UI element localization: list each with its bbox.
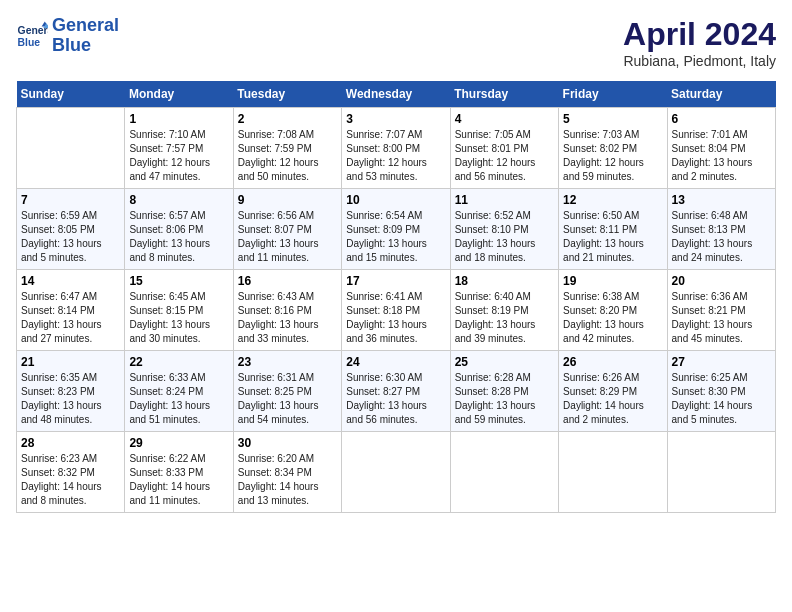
calendar-cell: 18Sunrise: 6:40 AM Sunset: 8:19 PM Dayli… bbox=[450, 270, 558, 351]
calendar-cell: 17Sunrise: 6:41 AM Sunset: 8:18 PM Dayli… bbox=[342, 270, 450, 351]
logo-icon: General Blue bbox=[16, 20, 48, 52]
day-info: Sunrise: 6:22 AM Sunset: 8:33 PM Dayligh… bbox=[129, 452, 228, 508]
day-info: Sunrise: 6:38 AM Sunset: 8:20 PM Dayligh… bbox=[563, 290, 662, 346]
location: Rubiana, Piedmont, Italy bbox=[623, 53, 776, 69]
calendar-cell: 3Sunrise: 7:07 AM Sunset: 8:00 PM Daylig… bbox=[342, 108, 450, 189]
day-info: Sunrise: 6:23 AM Sunset: 8:32 PM Dayligh… bbox=[21, 452, 120, 508]
week-row-1: 1Sunrise: 7:10 AM Sunset: 7:57 PM Daylig… bbox=[17, 108, 776, 189]
calendar-cell bbox=[450, 432, 558, 513]
day-info: Sunrise: 6:31 AM Sunset: 8:25 PM Dayligh… bbox=[238, 371, 337, 427]
day-info: Sunrise: 6:20 AM Sunset: 8:34 PM Dayligh… bbox=[238, 452, 337, 508]
day-info: Sunrise: 6:43 AM Sunset: 8:16 PM Dayligh… bbox=[238, 290, 337, 346]
col-header-thursday: Thursday bbox=[450, 81, 558, 108]
calendar-cell: 8Sunrise: 6:57 AM Sunset: 8:06 PM Daylig… bbox=[125, 189, 233, 270]
day-number: 23 bbox=[238, 355, 337, 369]
day-number: 15 bbox=[129, 274, 228, 288]
calendar-cell: 13Sunrise: 6:48 AM Sunset: 8:13 PM Dayli… bbox=[667, 189, 775, 270]
calendar-cell: 25Sunrise: 6:28 AM Sunset: 8:28 PM Dayli… bbox=[450, 351, 558, 432]
day-info: Sunrise: 6:33 AM Sunset: 8:24 PM Dayligh… bbox=[129, 371, 228, 427]
calendar-cell: 30Sunrise: 6:20 AM Sunset: 8:34 PM Dayli… bbox=[233, 432, 341, 513]
calendar-cell: 2Sunrise: 7:08 AM Sunset: 7:59 PM Daylig… bbox=[233, 108, 341, 189]
logo: General Blue General Blue bbox=[16, 16, 119, 56]
calendar-cell: 19Sunrise: 6:38 AM Sunset: 8:20 PM Dayli… bbox=[559, 270, 667, 351]
calendar-cell: 5Sunrise: 7:03 AM Sunset: 8:02 PM Daylig… bbox=[559, 108, 667, 189]
day-number: 17 bbox=[346, 274, 445, 288]
calendar-cell: 24Sunrise: 6:30 AM Sunset: 8:27 PM Dayli… bbox=[342, 351, 450, 432]
day-number: 13 bbox=[672, 193, 771, 207]
calendar-cell: 9Sunrise: 6:56 AM Sunset: 8:07 PM Daylig… bbox=[233, 189, 341, 270]
day-info: Sunrise: 6:56 AM Sunset: 8:07 PM Dayligh… bbox=[238, 209, 337, 265]
day-number: 24 bbox=[346, 355, 445, 369]
day-info: Sunrise: 6:41 AM Sunset: 8:18 PM Dayligh… bbox=[346, 290, 445, 346]
day-number: 8 bbox=[129, 193, 228, 207]
title-area: April 2024 Rubiana, Piedmont, Italy bbox=[623, 16, 776, 69]
day-number: 4 bbox=[455, 112, 554, 126]
col-header-wednesday: Wednesday bbox=[342, 81, 450, 108]
calendar-cell bbox=[17, 108, 125, 189]
day-info: Sunrise: 6:45 AM Sunset: 8:15 PM Dayligh… bbox=[129, 290, 228, 346]
day-info: Sunrise: 6:25 AM Sunset: 8:30 PM Dayligh… bbox=[672, 371, 771, 427]
day-info: Sunrise: 6:35 AM Sunset: 8:23 PM Dayligh… bbox=[21, 371, 120, 427]
week-row-3: 14Sunrise: 6:47 AM Sunset: 8:14 PM Dayli… bbox=[17, 270, 776, 351]
week-row-2: 7Sunrise: 6:59 AM Sunset: 8:05 PM Daylig… bbox=[17, 189, 776, 270]
calendar-cell: 28Sunrise: 6:23 AM Sunset: 8:32 PM Dayli… bbox=[17, 432, 125, 513]
col-header-monday: Monday bbox=[125, 81, 233, 108]
logo-line1: General bbox=[52, 15, 119, 35]
calendar-cell: 23Sunrise: 6:31 AM Sunset: 8:25 PM Dayli… bbox=[233, 351, 341, 432]
day-info: Sunrise: 7:08 AM Sunset: 7:59 PM Dayligh… bbox=[238, 128, 337, 184]
calendar-cell: 15Sunrise: 6:45 AM Sunset: 8:15 PM Dayli… bbox=[125, 270, 233, 351]
day-number: 5 bbox=[563, 112, 662, 126]
day-info: Sunrise: 6:26 AM Sunset: 8:29 PM Dayligh… bbox=[563, 371, 662, 427]
day-number: 29 bbox=[129, 436, 228, 450]
svg-text:Blue: Blue bbox=[18, 36, 41, 47]
day-number: 1 bbox=[129, 112, 228, 126]
calendar-cell bbox=[667, 432, 775, 513]
calendar-cell: 6Sunrise: 7:01 AM Sunset: 8:04 PM Daylig… bbox=[667, 108, 775, 189]
calendar-table: SundayMondayTuesdayWednesdayThursdayFrid… bbox=[16, 81, 776, 513]
week-row-5: 28Sunrise: 6:23 AM Sunset: 8:32 PM Dayli… bbox=[17, 432, 776, 513]
day-number: 6 bbox=[672, 112, 771, 126]
day-info: Sunrise: 7:03 AM Sunset: 8:02 PM Dayligh… bbox=[563, 128, 662, 184]
day-number: 16 bbox=[238, 274, 337, 288]
day-info: Sunrise: 6:30 AM Sunset: 8:27 PM Dayligh… bbox=[346, 371, 445, 427]
calendar-cell: 21Sunrise: 6:35 AM Sunset: 8:23 PM Dayli… bbox=[17, 351, 125, 432]
day-info: Sunrise: 6:47 AM Sunset: 8:14 PM Dayligh… bbox=[21, 290, 120, 346]
day-number: 14 bbox=[21, 274, 120, 288]
day-info: Sunrise: 6:54 AM Sunset: 8:09 PM Dayligh… bbox=[346, 209, 445, 265]
week-row-4: 21Sunrise: 6:35 AM Sunset: 8:23 PM Dayli… bbox=[17, 351, 776, 432]
calendar-cell: 4Sunrise: 7:05 AM Sunset: 8:01 PM Daylig… bbox=[450, 108, 558, 189]
day-number: 12 bbox=[563, 193, 662, 207]
day-number: 22 bbox=[129, 355, 228, 369]
day-number: 11 bbox=[455, 193, 554, 207]
day-info: Sunrise: 6:57 AM Sunset: 8:06 PM Dayligh… bbox=[129, 209, 228, 265]
calendar-cell: 22Sunrise: 6:33 AM Sunset: 8:24 PM Dayli… bbox=[125, 351, 233, 432]
page-header: General Blue General Blue April 2024 Rub… bbox=[16, 16, 776, 69]
day-info: Sunrise: 7:10 AM Sunset: 7:57 PM Dayligh… bbox=[129, 128, 228, 184]
month-title: April 2024 bbox=[623, 16, 776, 53]
calendar-cell: 1Sunrise: 7:10 AM Sunset: 7:57 PM Daylig… bbox=[125, 108, 233, 189]
day-number: 7 bbox=[21, 193, 120, 207]
day-info: Sunrise: 6:40 AM Sunset: 8:19 PM Dayligh… bbox=[455, 290, 554, 346]
day-number: 21 bbox=[21, 355, 120, 369]
col-header-sunday: Sunday bbox=[17, 81, 125, 108]
calendar-cell: 27Sunrise: 6:25 AM Sunset: 8:30 PM Dayli… bbox=[667, 351, 775, 432]
day-info: Sunrise: 6:59 AM Sunset: 8:05 PM Dayligh… bbox=[21, 209, 120, 265]
day-info: Sunrise: 6:52 AM Sunset: 8:10 PM Dayligh… bbox=[455, 209, 554, 265]
day-info: Sunrise: 7:05 AM Sunset: 8:01 PM Dayligh… bbox=[455, 128, 554, 184]
day-number: 30 bbox=[238, 436, 337, 450]
col-header-saturday: Saturday bbox=[667, 81, 775, 108]
day-info: Sunrise: 6:36 AM Sunset: 8:21 PM Dayligh… bbox=[672, 290, 771, 346]
day-info: Sunrise: 7:01 AM Sunset: 8:04 PM Dayligh… bbox=[672, 128, 771, 184]
calendar-cell bbox=[342, 432, 450, 513]
logo-line2: Blue bbox=[52, 35, 91, 55]
calendar-cell: 12Sunrise: 6:50 AM Sunset: 8:11 PM Dayli… bbox=[559, 189, 667, 270]
col-header-friday: Friday bbox=[559, 81, 667, 108]
day-info: Sunrise: 6:48 AM Sunset: 8:13 PM Dayligh… bbox=[672, 209, 771, 265]
day-number: 19 bbox=[563, 274, 662, 288]
day-info: Sunrise: 7:07 AM Sunset: 8:00 PM Dayligh… bbox=[346, 128, 445, 184]
day-number: 20 bbox=[672, 274, 771, 288]
header-row: SundayMondayTuesdayWednesdayThursdayFrid… bbox=[17, 81, 776, 108]
calendar-cell: 7Sunrise: 6:59 AM Sunset: 8:05 PM Daylig… bbox=[17, 189, 125, 270]
day-number: 25 bbox=[455, 355, 554, 369]
calendar-cell: 11Sunrise: 6:52 AM Sunset: 8:10 PM Dayli… bbox=[450, 189, 558, 270]
